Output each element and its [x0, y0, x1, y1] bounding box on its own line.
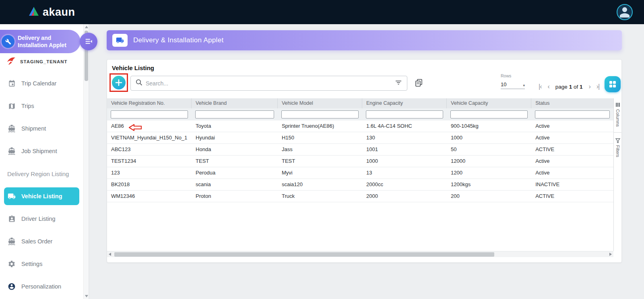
- map-icon: [7, 102, 16, 110]
- cell: ACTIVE: [531, 191, 613, 202]
- card-title: Vehicle Listing: [112, 64, 154, 71]
- filter-cell: [107, 108, 192, 120]
- cell: Active: [531, 132, 613, 143]
- sidebar-item-settings[interactable]: Settings: [4, 255, 79, 273]
- cell: H150: [278, 132, 362, 143]
- sidebar-item-label: Sales Order: [21, 238, 52, 245]
- table-row[interactable]: VIETNAM_Hyundai_H150_No_1HyundaiH1501301…: [107, 132, 613, 144]
- first-page-button[interactable]: |‹: [539, 83, 541, 90]
- sidebar-item-job-shipment[interactable]: Job Shipment: [4, 142, 79, 160]
- cell: 1200kgs: [447, 179, 531, 190]
- column-header-vehicle-brand[interactable]: Vehicle Brand: [192, 98, 278, 108]
- next-page-button[interactable]: ›: [588, 83, 590, 90]
- scroll-down-arrow[interactable]: [85, 295, 88, 297]
- table-body: AE86ToyotaSprinter Trueno(AE86)1.6L 4A-C…: [107, 120, 613, 202]
- cell: Hyundai: [192, 132, 278, 143]
- column-filter-input-vehicle-registration-no[interactable]: [111, 110, 188, 118]
- column-header-vehicle-model[interactable]: Vehicle Model: [278, 98, 362, 108]
- filters-panel-tab[interactable]: Filters: [615, 138, 620, 157]
- sidebar-item-trips[interactable]: Trips: [4, 97, 79, 115]
- sidebar-item-shipment[interactable]: Shipment: [4, 120, 79, 137]
- table-row[interactable]: WM12346ProtonTruck2000200ACTIVE: [107, 191, 613, 202]
- column-filter-input-status[interactable]: [535, 110, 610, 118]
- table-header-row: Vehicle Registration No.Vehicle BrandVeh…: [107, 98, 613, 108]
- columns-panel-tab[interactable]: Columns: [615, 102, 620, 127]
- column-header-vehicle-capacity[interactable]: Vehicle Capacity: [447, 98, 531, 108]
- column-filter-input-vehicle-capacity[interactable]: [450, 110, 528, 118]
- tenant-logo-icon: [6, 56, 16, 67]
- table-horizontal-scrollbar[interactable]: [107, 251, 613, 257]
- cell: Truck: [278, 191, 362, 202]
- brand-name: akaun: [43, 6, 75, 19]
- applet-name: Delivery and Installation Applet: [18, 34, 80, 49]
- scroll-right-arrow[interactable]: [609, 253, 612, 256]
- sidebar-item-delivery-region-listing[interactable]: Delivery Region Listing: [4, 165, 79, 183]
- sidebar-item-personalization[interactable]: Personalization: [4, 278, 79, 295]
- cell: 2000: [362, 191, 447, 202]
- prev-page-button[interactable]: ‹: [547, 83, 549, 90]
- cell: AE86: [107, 120, 192, 132]
- cell: VIETNAM_Hyundai_H150_No_1: [107, 132, 192, 143]
- cell: Jass: [278, 144, 362, 155]
- sidebar-scrollbar[interactable]: [83, 24, 89, 299]
- filter-cell: [278, 108, 362, 120]
- filter-list-icon[interactable]: [395, 79, 402, 87]
- cell: 12000: [447, 156, 531, 167]
- saved-views-icon[interactable]: [414, 79, 423, 88]
- truck-icon: [7, 192, 16, 201]
- filter-cell: [531, 108, 613, 120]
- sidebar-collapse-button[interactable]: [80, 33, 97, 50]
- cell: Myvi: [278, 167, 362, 179]
- sidebar-item-driver-listing[interactable]: Driver Listing: [4, 210, 79, 228]
- sidebar-item-label: Trip Calendar: [21, 80, 56, 87]
- annotation-highlight-box: [109, 73, 128, 92]
- add-vehicle-button[interactable]: [112, 76, 126, 89]
- table-row[interactable]: TEST1234TESTTEST100012000Active: [107, 156, 613, 167]
- sidebar-item-sales-order[interactable]: Sales Order: [4, 233, 79, 250]
- vehicle-listing-card: Vehicle Listing Rows 10 ▾: [107, 59, 622, 263]
- column-header-status[interactable]: Status: [531, 98, 613, 108]
- cell: INACTIVE: [531, 179, 613, 190]
- table-row[interactable]: ABC123HondaJass100150ACTIVE: [107, 144, 613, 156]
- delivery-truck-icon: [112, 34, 128, 47]
- column-header-vehicle-registration-no[interactable]: Vehicle Registration No.: [107, 98, 192, 108]
- applet-wrench-icon: [2, 35, 14, 48]
- table-row[interactable]: AE86ToyotaSprinter Trueno(AE86)1.6L 4A-C…: [107, 120, 613, 132]
- search-icon: [136, 79, 142, 87]
- table-row[interactable]: BK2018scaniascaia1202000cc1200kgsINACTIV…: [107, 179, 613, 191]
- user-avatar[interactable]: [617, 4, 633, 20]
- funnel-icon: [615, 138, 620, 143]
- table-row[interactable]: 123PeroduaMyvi131200Active: [107, 167, 613, 179]
- applet-header: Delivery & Installation Applet: [107, 30, 622, 50]
- search-input[interactable]: [146, 80, 392, 87]
- grid-view-button[interactable]: [605, 76, 621, 92]
- last-page-button[interactable]: ›|: [597, 83, 599, 90]
- column-filter-input-vehicle-brand[interactable]: [195, 110, 274, 118]
- sidebar-item-trip-calendar[interactable]: Trip Calendar: [4, 75, 79, 92]
- cell: Active: [531, 167, 613, 179]
- grid-icon: [609, 81, 616, 88]
- scroll-up-arrow[interactable]: [85, 26, 88, 28]
- sidebar-item-label: Shipment: [21, 125, 46, 132]
- akaun-logo-icon: [28, 6, 39, 18]
- tenant-row[interactable]: STAGING_TENANT: [0, 56, 80, 68]
- cell: TEST: [192, 156, 278, 167]
- column-filter-input-vehicle-model[interactable]: [281, 110, 359, 118]
- annotation-arrow-icon: [129, 124, 142, 133]
- sidebar-item-vehicle-listing[interactable]: Vehicle Listing: [4, 187, 79, 205]
- columns-tab-label: Columns: [615, 109, 620, 127]
- column-header-engine-capacity[interactable]: Engine Capacity: [362, 98, 447, 108]
- scroll-left-arrow[interactable]: [109, 253, 111, 256]
- sidebar-item-label: Vehicle Listing: [21, 193, 62, 199]
- horizontal-scrollbar-thumb[interactable]: [114, 252, 494, 257]
- cell: 1000: [362, 156, 447, 167]
- table-filter-row: [107, 108, 613, 120]
- topbar: akaun: [0, 0, 644, 24]
- filter-cell: [192, 108, 278, 120]
- sidebar-item-label: Delivery Region Listing: [7, 170, 69, 177]
- rows-per-page-select[interactable]: 10 ▾: [501, 81, 525, 89]
- column-filter-input-engine-capacity[interactable]: [366, 110, 443, 118]
- applet-pill[interactable]: Delivery and Installation Applet: [0, 30, 80, 53]
- ship-icon: [7, 147, 16, 156]
- pagination: |‹ ‹ page 1 of 1 › ›|: [539, 83, 599, 90]
